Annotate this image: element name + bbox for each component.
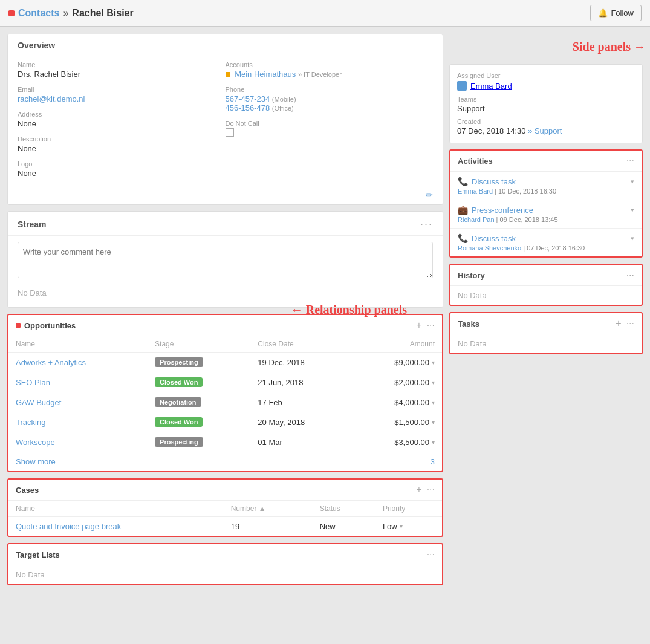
tasks-add-button[interactable]: + bbox=[616, 318, 621, 329]
activity-meta: Richard Pan | 09 Dec, 2018 13:45 bbox=[458, 216, 634, 223]
case-link[interactable]: Quote and Invoice page break bbox=[16, 522, 121, 531]
row-chevron[interactable]: ▾ bbox=[432, 359, 435, 366]
cases-col-priority: Priority bbox=[375, 501, 442, 517]
follow-button[interactable]: 🔔 Follow bbox=[590, 5, 642, 21]
tasks-no-data: No Data bbox=[450, 334, 642, 353]
address-field: Address None bbox=[18, 107, 226, 132]
activities-header: Activities ··· bbox=[450, 151, 642, 172]
activities-title: Activities bbox=[458, 157, 493, 166]
activity-chevron[interactable]: ▾ bbox=[631, 235, 634, 242]
history-header: History ··· bbox=[450, 265, 642, 286]
edit-icon[interactable]: ✏ bbox=[426, 190, 433, 200]
case-number-cell: 19 bbox=[224, 517, 313, 536]
stream-input[interactable] bbox=[18, 242, 433, 278]
do-not-call-checkbox[interactable] bbox=[226, 128, 234, 137]
amount-value: $3,500.00 ▾ bbox=[359, 438, 435, 447]
stage-badge: Closed Won bbox=[155, 417, 203, 427]
page-header: Contacts » Rachel Bisier 🔔 Follow bbox=[0, 0, 650, 27]
opportunities-table: Name Stage Close Date Amount Adworks + A… bbox=[8, 336, 442, 452]
opportunities-table-header: Name Stage Close Date Amount bbox=[8, 336, 442, 353]
tasks-header: Tasks + ··· bbox=[450, 313, 642, 334]
phone2-link[interactable]: 456-156-478 bbox=[226, 103, 270, 112]
activity-chevron[interactable]: ▾ bbox=[631, 206, 634, 214]
email-field: Email rachel@kit.demo.ni bbox=[18, 82, 226, 107]
activity-link[interactable]: Press-conference bbox=[472, 206, 533, 215]
opportunities-panel: Opportunities + ··· Name Stage Close Dat… bbox=[7, 314, 443, 472]
target-lists-no-data: No Data bbox=[8, 565, 442, 584]
opportunities-more-button[interactable]: ··· bbox=[427, 320, 435, 331]
contacts-link[interactable]: Contacts bbox=[18, 8, 59, 19]
tasks-more-button[interactable]: ··· bbox=[626, 318, 634, 329]
row-chevron[interactable]: ▾ bbox=[432, 419, 435, 426]
activity-user-link[interactable]: Richard Pan bbox=[458, 216, 495, 223]
target-lists-more-button[interactable]: ··· bbox=[427, 549, 435, 560]
opp-name-cell: Tracking bbox=[8, 412, 148, 432]
history-more-button[interactable]: ··· bbox=[626, 270, 634, 281]
stream-more-button[interactable]: ··· bbox=[420, 218, 433, 230]
row-chevron[interactable]: ▾ bbox=[432, 379, 435, 386]
activity-link[interactable]: Discuss task bbox=[472, 234, 516, 243]
table-row: Quote and Invoice page break 19 New Low … bbox=[8, 517, 442, 536]
opp-name-cell: Adworks + Analytics bbox=[8, 353, 148, 372]
stage-badge: Prospecting bbox=[155, 437, 203, 447]
activities-more-button[interactable]: ··· bbox=[626, 155, 634, 166]
activity-name-group: 📞 Discuss task bbox=[458, 233, 516, 243]
opp-amount-cell: $2,000.00 ▾ bbox=[352, 372, 442, 392]
fields-left: Name Drs. Rachel Bisier Email rachel@kit… bbox=[18, 57, 226, 181]
breadcrumb: Contacts » Rachel Bisier bbox=[8, 8, 134, 19]
fields-grid: Name Drs. Rachel Bisier Email rachel@kit… bbox=[8, 54, 443, 190]
cases-add-button[interactable]: + bbox=[416, 484, 421, 495]
activity-user-link[interactable]: Emma Bard bbox=[458, 187, 493, 195]
opp-link[interactable]: Tracking bbox=[16, 418, 45, 427]
activity-user-link[interactable]: Romana Shevchenko bbox=[458, 244, 521, 252]
row-chevron[interactable]: ▾ bbox=[432, 439, 435, 446]
priority-chevron[interactable]: ▾ bbox=[400, 523, 403, 530]
assigned-user-value: Emma Bard bbox=[457, 81, 635, 91]
activity-datetime: | 10 Dec, 2018 16:30 bbox=[495, 187, 556, 195]
stage-badge: Closed Won bbox=[155, 377, 203, 387]
opp-amount-cell: $9,000.00 ▾ bbox=[352, 353, 442, 372]
target-lists-title: Target Lists bbox=[16, 550, 60, 559]
col-close-date: Close Date bbox=[250, 336, 351, 353]
col-stage: Stage bbox=[148, 336, 250, 353]
opp-date-cell: 21 Jun, 2018 bbox=[250, 372, 351, 392]
assigned-user-link[interactable]: Emma Bard bbox=[470, 82, 512, 91]
tasks-panel: Tasks + ··· No Data bbox=[449, 312, 643, 354]
cases-more-button[interactable]: ··· bbox=[427, 484, 435, 495]
opp-stage-cell: Closed Won bbox=[148, 412, 250, 432]
activities-panel: Activities ··· 📞 Discuss task ▾ Emma Bar… bbox=[449, 149, 643, 258]
phone1-link[interactable]: 567-457-234 bbox=[226, 94, 270, 103]
row-chevron[interactable]: ▾ bbox=[432, 399, 435, 406]
sort-icon: ▲ bbox=[259, 504, 266, 513]
activity-datetime: | 07 Dec, 2018 16:30 bbox=[523, 244, 585, 252]
opportunities-add-button[interactable]: + bbox=[416, 320, 421, 331]
phone-icon: 📞 bbox=[458, 233, 468, 243]
amount-value: $9,000.00 ▾ bbox=[359, 358, 435, 367]
logo-field: Logo None bbox=[18, 157, 226, 181]
opp-link[interactable]: SEO Plan bbox=[16, 378, 50, 387]
amount-value: $1,500.00 ▾ bbox=[359, 418, 435, 427]
email-link[interactable]: rachel@kit.demo.ni bbox=[18, 94, 85, 103]
stream-section: No Data bbox=[8, 236, 443, 307]
opp-link[interactable]: Workscope bbox=[16, 438, 55, 447]
do-not-call-field: Do Not Call bbox=[226, 116, 434, 142]
created-by-link[interactable]: » Support bbox=[528, 126, 562, 135]
overview-panel: Overview Name Drs. Rachel Bisier Email r… bbox=[7, 34, 443, 205]
accounts-field: Accounts Mein Heimathaus » IT Developer bbox=[226, 57, 434, 82]
cases-panel: Cases + ··· Name Number ▲ Status bbox=[7, 478, 443, 537]
opp-link[interactable]: GAW Budget bbox=[16, 398, 61, 407]
opp-link[interactable]: Adworks + Analytics bbox=[16, 358, 86, 367]
opportunities-title: Opportunities bbox=[16, 321, 76, 330]
table-row: Adworks + Analytics Prospecting 19 Dec, … bbox=[8, 353, 442, 372]
activity-link[interactable]: Discuss task bbox=[472, 177, 516, 186]
activities-list: 📞 Discuss task ▾ Emma Bard | 10 Dec, 201… bbox=[450, 172, 642, 256]
activity-chevron[interactable]: ▾ bbox=[631, 178, 634, 186]
page-title: Rachel Bisier bbox=[72, 8, 133, 19]
history-panel: History ··· No Data bbox=[449, 264, 643, 306]
opp-date-cell: 20 May, 2018 bbox=[250, 412, 351, 432]
phone-field: Phone 567-457-234 (Mobile) 456-156-478 (… bbox=[226, 82, 434, 116]
account-link[interactable]: Mein Heimathaus bbox=[235, 70, 296, 79]
stream-panel: Stream ··· No Data bbox=[7, 211, 443, 308]
cases-col-status: Status bbox=[313, 501, 375, 517]
show-more-row[interactable]: Show more 3 bbox=[8, 452, 442, 471]
